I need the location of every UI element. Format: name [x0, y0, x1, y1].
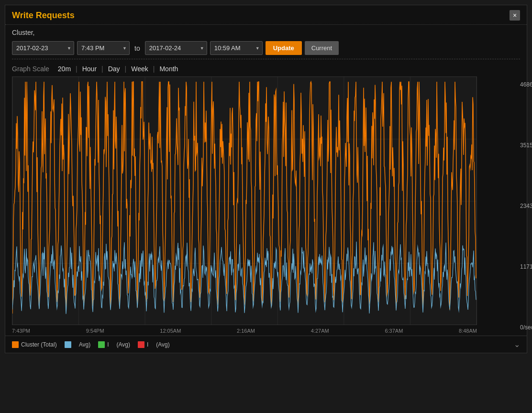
x-label-4: 2:16AM: [237, 328, 255, 334]
to-time-wrapper: 10:59 AM: [210, 41, 263, 55]
y-label-bottom: 0/sec: [520, 324, 532, 331]
from-time-wrapper: 7:43 PM: [77, 41, 130, 55]
legend-blue: [65, 341, 71, 348]
scale-day[interactable]: Day: [103, 65, 125, 73]
from-date-wrapper: 2017-02-23: [12, 41, 74, 55]
legend-avg-3: (Avg): [156, 341, 169, 348]
close-button[interactable]: ×: [510, 10, 520, 21]
legend-bar: Cluster (Total) Avg) I (Avg) I (Avg) ⌄: [5, 336, 527, 353]
legend-chevron-icon[interactable]: ⌄: [514, 340, 520, 349]
legend-swatch-green: [98, 341, 105, 348]
legend-avg-2-label: (Avg): [117, 341, 130, 348]
divider: [12, 59, 520, 59]
legend-green-label: I: [107, 341, 109, 348]
x-label-3: 12:05AM: [160, 328, 181, 334]
panel-header: Write Requests ×: [5, 5, 527, 25]
from-time-select[interactable]: 7:43 PM: [77, 41, 130, 55]
legend-swatch-orange: [12, 341, 19, 348]
to-date-wrapper: 2017-02-24: [145, 41, 207, 55]
to-date-select[interactable]: 2017-02-24: [145, 41, 207, 55]
legend-swatch-red: [138, 341, 144, 348]
legend-avg-1-label: Avg): [79, 341, 90, 348]
x-label-7: 8:48AM: [459, 328, 477, 334]
x-label-5: 4:27AM: [311, 328, 329, 334]
to-time-select[interactable]: 10:59 AM: [210, 41, 263, 55]
main-panel: Write Requests × Cluster, 2017-02-23 7:4…: [5, 5, 527, 353]
legend-swatch-blue: [65, 341, 71, 348]
x-label-2: 9:54PM: [86, 328, 104, 334]
legend-avg-3-label: (Avg): [156, 341, 169, 348]
to-label: to: [133, 44, 142, 52]
x-label-6: 6:37AM: [385, 328, 403, 334]
current-button[interactable]: Current: [305, 41, 339, 55]
legend-label-cluster-total: Cluster (Total): [21, 341, 57, 348]
legend-red-label: I: [147, 341, 148, 348]
y-label-top: 46868/sec: [520, 81, 532, 88]
cluster-label: Cluster,: [5, 25, 527, 39]
scale-20m[interactable]: 20m: [53, 65, 76, 73]
x-label-1: 7:43PM: [12, 328, 30, 334]
scale-week[interactable]: Week: [126, 65, 153, 73]
y-label-3: 23434/sec: [520, 203, 532, 209]
chart-wrapper: 7:43PM 9:54PM 12:05AM 2:16AM 4:27AM 6:37…: [12, 76, 477, 336]
legend-red: I: [138, 341, 148, 348]
legend-cluster-total: Cluster (Total): [12, 341, 57, 348]
graph-scale-label: Graph Scale: [12, 65, 49, 73]
legend-avg-2: (Avg): [117, 341, 130, 348]
chart-area: 7:43PM 9:54PM 12:05AM 2:16AM 4:27AM 6:37…: [12, 76, 520, 336]
legend-avg-1: Avg): [79, 341, 90, 348]
y-label-4: 11717/sec: [520, 263, 532, 270]
chart-container: [12, 76, 477, 325]
y-label-2: 35151/sec: [520, 142, 532, 149]
from-date-select[interactable]: 2017-02-23: [12, 41, 74, 55]
scale-hour[interactable]: Hour: [78, 65, 101, 73]
y-axis-labels: 46868/sec 35151/sec 23434/sec 11717/sec …: [520, 76, 532, 336]
chart-canvas: [12, 77, 477, 325]
update-button[interactable]: Update: [266, 41, 302, 55]
scale-month[interactable]: Month: [155, 65, 183, 73]
controls-row: 2017-02-23 7:43 PM to 2017-02-24 10:59 A…: [5, 39, 527, 59]
panel-title: Write Requests: [12, 11, 75, 21]
legend-green: I: [98, 341, 109, 348]
graph-scale-row: Graph Scale 20m | Hour | Day | Week | Mo…: [5, 63, 527, 76]
x-axis-labels: 7:43PM 9:54PM 12:05AM 2:16AM 4:27AM 6:37…: [12, 325, 477, 336]
